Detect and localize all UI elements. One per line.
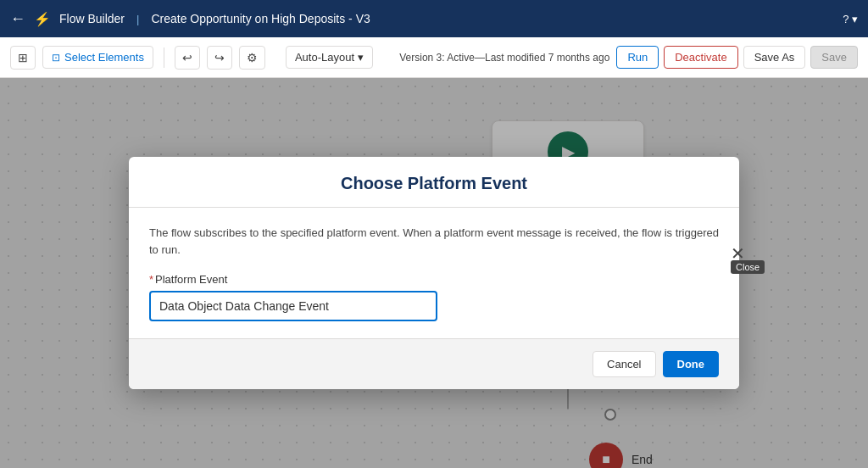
save-as-button[interactable]: Save As	[743, 46, 806, 69]
top-nav-right: ? ▾	[843, 13, 858, 25]
auto-layout-button[interactable]: Auto-Layout ▾	[286, 46, 373, 69]
platform-event-input[interactable]	[149, 291, 437, 321]
settings-button[interactable]: ⚙	[239, 46, 265, 70]
run-button[interactable]: Run	[616, 46, 659, 69]
select-elements-icon: ⊡	[52, 52, 60, 64]
modal-footer: Cancel Done	[129, 338, 739, 389]
app-title: Flow Builder	[59, 12, 125, 25]
cancel-button[interactable]: Cancel	[593, 351, 655, 377]
app-icon: ⚡	[34, 11, 51, 27]
select-elements-label: Select Elements	[64, 51, 144, 64]
version-status: Version 3: Active—Last modified 7 months…	[399, 52, 609, 64]
toolbar-right-buttons: Run Deactivate Save As Save	[616, 46, 858, 69]
page-title: Create Opportunity on High Deposits - V3	[151, 12, 370, 25]
field-label: *Platform Event	[149, 273, 719, 286]
toolbar-sep-1	[164, 47, 164, 68]
back-button[interactable]: ←	[10, 10, 25, 28]
undo-button[interactable]: ↩	[175, 46, 200, 70]
redo-button[interactable]: ↪	[207, 46, 232, 70]
save-button[interactable]: Save	[810, 46, 858, 69]
toggle-panel-button[interactable]: ⊞	[10, 46, 36, 70]
choose-platform-event-modal: Choose Platform Event The flow subscribe…	[129, 157, 739, 389]
back-icon: ←	[10, 10, 25, 28]
toolbar: ⊞ ⊡ Select Elements ↩ ↪ ⚙ Auto-Layout ▾ …	[0, 37, 868, 78]
toggle-icon: ⊞	[18, 51, 28, 64]
modal-title: Choose Platform Event	[149, 174, 719, 193]
close-dialog-button[interactable]: ✕	[726, 242, 749, 265]
flow-canvas: ▶ Start Platform Event—Triggered Flow Ev…	[0, 78, 868, 468]
auto-layout-label: Auto-Layout	[295, 51, 354, 64]
redo-icon: ↪	[214, 51, 225, 64]
deactivate-button[interactable]: Deactivate	[664, 46, 737, 69]
modal-description: The flow subscribes to the specified pla…	[149, 225, 719, 258]
modal-header: Choose Platform Event	[129, 157, 739, 208]
done-button[interactable]: Done	[663, 351, 720, 377]
top-nav-bar: ← ⚡ Flow Builder | Create Opportunity on…	[0, 0, 868, 37]
close-icon: ✕	[731, 243, 745, 264]
auto-layout-chevron: ▾	[358, 51, 364, 64]
modal-body: The flow subscribes to the specified pla…	[129, 208, 739, 338]
select-elements-button[interactable]: ⊡ Select Elements	[42, 46, 153, 69]
required-star: *	[149, 273, 153, 286]
settings-icon: ⚙	[247, 51, 258, 64]
nav-separator: |	[136, 13, 139, 25]
help-icon[interactable]: ? ▾	[843, 13, 858, 25]
undo-icon: ↩	[182, 51, 192, 64]
